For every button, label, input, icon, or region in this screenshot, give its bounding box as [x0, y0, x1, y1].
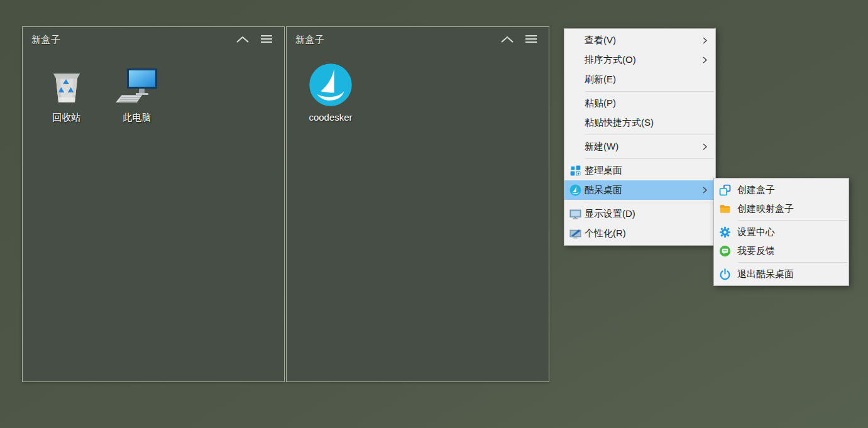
menu-item-label: 整理桌面 [585, 165, 699, 177]
menu-item[interactable]: 粘贴(P) [564, 94, 715, 113]
submenu-arrow-icon [699, 57, 715, 63]
menu-separator [585, 134, 714, 135]
recycle-bin-icon [44, 66, 89, 107]
box-menu-button[interactable] [258, 32, 275, 47]
menu-item-label: 创建映射盒子 [737, 203, 832, 215]
menu-item[interactable]: 设置中心 [714, 222, 849, 241]
box-title: 新盒子 [295, 34, 492, 46]
box-content: 回收站 此电脑 [23, 52, 284, 124]
this-pc-icon [114, 66, 160, 107]
settings-gear-icon [714, 226, 737, 238]
menu-item-label: 新建(W) [585, 141, 699, 153]
desktop-icon-coodesker[interactable]: coodesker [300, 66, 361, 123]
menu-item-label: 排序方式(O) [585, 54, 699, 66]
menu-separator [585, 91, 714, 92]
menu-item-label: 粘贴快捷方式(S) [585, 117, 699, 129]
menu-item[interactable]: 粘贴快捷方式(S) [564, 113, 715, 133]
menu-separator [738, 220, 847, 221]
menu-item[interactable]: 创建映射盒子 [714, 199, 849, 218]
create-box-icon [714, 184, 737, 196]
menu-item[interactable]: 排序方式(O) [564, 50, 715, 70]
menu-item-label: 显示设置(D) [585, 208, 699, 220]
chevron-up-icon [500, 35, 514, 45]
menu-item[interactable]: 退出酷呆桌面 [714, 265, 849, 283]
box-header: 新盒子 [23, 27, 284, 52]
menu-separator [585, 202, 714, 202]
menu-item[interactable]: 新建(W) [564, 137, 715, 156]
organize-desktop-icon [564, 165, 585, 177]
menu-item[interactable]: 显示设置(D) [564, 204, 715, 224]
desktop-icon-this-pc[interactable]: 此电脑 [107, 66, 167, 124]
menu-item-label: 创建盒子 [737, 184, 832, 196]
menu-item[interactable]: 个性化(R) [564, 224, 715, 243]
coodesker-icon [308, 66, 353, 107]
hamburger-icon [525, 35, 537, 45]
menu-separator [585, 158, 714, 159]
menu-item[interactable]: 创建盒子 [714, 180, 849, 199]
menu-item[interactable]: 刷新(E) [564, 70, 715, 89]
menu-item[interactable]: 酷呆桌面 [564, 180, 715, 200]
hamburger-icon [260, 35, 273, 45]
submenu-arrow-icon [699, 143, 715, 150]
menu-item-label: 粘贴(P) [585, 97, 699, 109]
desktop-box: 新盒子 回收站 [22, 26, 285, 382]
coodesker-icon [564, 184, 585, 196]
box-header: 新盒子 [287, 27, 549, 52]
collapse-button[interactable] [498, 32, 516, 47]
desktop-icon-label: 回收站 [53, 112, 81, 124]
menu-item-label: 酷呆桌面 [585, 184, 699, 196]
box-content: coodesker [287, 52, 549, 123]
menu-item-label: 退出酷呆桌面 [737, 268, 832, 280]
menu-item[interactable]: 我要反馈 [714, 241, 849, 260]
submenu-arrow-icon [699, 37, 715, 44]
chevron-up-icon [236, 35, 250, 45]
collapse-button[interactable] [234, 32, 251, 47]
desktop-context-menu: 查看(V)排序方式(O)刷新(E)粘贴(P)粘贴快捷方式(S)新建(W) 整理桌… [564, 28, 716, 246]
desktop-icon-label: 此电脑 [123, 112, 151, 124]
menu-item[interactable]: 查看(V) [564, 31, 715, 50]
desktop-icon-label: coodesker [309, 112, 352, 123]
box-menu-button[interactable] [522, 32, 540, 47]
power-icon [714, 268, 737, 280]
mapped-folder-icon [714, 203, 737, 215]
display-settings-icon [564, 208, 585, 220]
menu-item-label: 我要反馈 [737, 245, 832, 257]
menu-item-label: 个性化(R) [585, 228, 699, 239]
menu-item-label: 设置中心 [737, 226, 832, 238]
feedback-icon [714, 245, 737, 257]
box-title: 新盒子 [31, 34, 228, 46]
menu-separator [738, 262, 847, 263]
menu-item-label: 查看(V) [585, 35, 699, 47]
coodesker-submenu: 创建盒子 创建映射盒子 [713, 178, 849, 286]
personalize-icon [564, 228, 585, 239]
menu-item[interactable]: 整理桌面 [564, 161, 715, 180]
desktop-box: 新盒子 coodesker [286, 26, 549, 382]
desktop-icon-recycle-bin[interactable]: 回收站 [36, 66, 97, 124]
menu-item-label: 刷新(E) [585, 74, 699, 85]
